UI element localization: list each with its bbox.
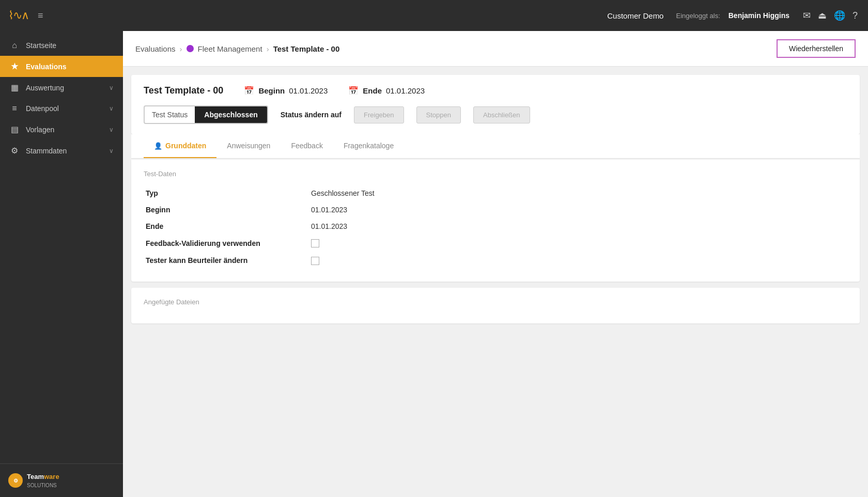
breadcrumb-evaluations[interactable]: Evaluations	[135, 44, 176, 53]
sidebar-navigation: ⌂ Startseite ★ Evaluations ▦ Auswertung …	[0, 31, 123, 463]
main-area: Customer Demo Eingeloggt als: Benjamin H…	[123, 0, 868, 497]
row-label: Beginn	[144, 201, 309, 218]
sidebar-item-auswertung[interactable]: ▦ Auswertung ∨	[0, 77, 123, 98]
breadcrumb: Evaluations › Fleet Management › Test Te…	[135, 44, 339, 53]
sidebar-item-startseite[interactable]: ⌂ Startseite	[0, 35, 123, 56]
calendar-icon: 📅	[348, 86, 359, 96]
row-value: Geschlossener Test	[309, 185, 847, 201]
section-title: Test-Daten	[144, 170, 847, 178]
row-value	[309, 252, 847, 269]
mail-icon[interactable]: ✉	[803, 10, 811, 21]
demo-label: Customer Demo	[607, 11, 663, 20]
sidebar-item-label: Vorlagen	[26, 126, 103, 134]
test-status-value: Abgeschlossen	[195, 106, 267, 123]
template-icon: ▤	[9, 125, 20, 134]
status-card: Test Template - 00 📅 Beginn 01.01.2023 📅…	[131, 75, 860, 134]
settings-icon: ⚙	[9, 146, 20, 156]
topbar-icons: ✉ ⏏ 🌐 ?	[803, 10, 858, 21]
table-row: Beginn 01.01.2023	[144, 201, 847, 218]
tab-fragenkataloge[interactable]: Fragenkataloge	[333, 134, 404, 158]
restore-button[interactable]: Wiederherstellen	[777, 39, 856, 58]
abschliessen-button: Abschließen	[473, 106, 530, 123]
help-icon[interactable]: ?	[853, 10, 858, 21]
data-table: Typ Geschlossener Test Beginn 01.01.2023…	[144, 185, 847, 269]
fleet-dot-icon	[187, 45, 194, 52]
chevron-down-icon: ∨	[109, 84, 114, 91]
topbar: Customer Demo Eingeloggt als: Benjamin H…	[123, 0, 868, 31]
sidebar: ⌇∿∧ ≡ ⌂ Startseite ★ Evaluations ▦ Auswe…	[0, 0, 123, 497]
calendar-icon: 📅	[244, 86, 254, 96]
chevron-down-icon: ∨	[109, 147, 114, 154]
sidebar-footer: ⚙ Teamware SOLUTIONS	[0, 463, 123, 497]
end-value: 01.01.2023	[386, 86, 425, 95]
tab-label: Fragenkataloge	[344, 142, 394, 150]
user-name: Benjamin Higgins	[729, 11, 789, 20]
files-section-title: Angefügte Dateien	[144, 298, 847, 306]
files-card: Angefügte Dateien	[131, 288, 860, 323]
tab-grunddaten[interactable]: 👤 Grunddaten	[144, 134, 216, 158]
begin-value: 01.01.2023	[289, 86, 328, 95]
sidebar-item-datenpool[interactable]: ≡ Datenpool ∨	[0, 98, 123, 119]
feedback-validation-checkbox[interactable]	[311, 239, 319, 247]
footer-logo-text: Teamware SOLUTIONS	[27, 472, 59, 489]
table-row: Ende 01.01.2023	[144, 218, 847, 235]
logged-as-label: Eingeloggt als:	[676, 12, 720, 20]
row-label: Tester kann Beurteiler ändern	[144, 252, 309, 269]
home-icon: ⌂	[9, 41, 20, 50]
row-value: 01.01.2023	[309, 201, 847, 218]
test-status-label: Test Status	[145, 106, 195, 123]
person-icon: 👤	[154, 142, 162, 150]
sidebar-item-label: Evaluations	[26, 63, 114, 71]
sidebar-item-label: Startseite	[26, 41, 114, 50]
logo-waves-icon: ⌇∿∧	[8, 9, 28, 22]
row-value	[309, 235, 847, 252]
row-label: Ende	[144, 218, 309, 235]
table-row: Tester kann Beurteiler ändern	[144, 252, 847, 269]
tester-beurteiler-checkbox[interactable]	[311, 257, 319, 265]
tab-feedback[interactable]: Feedback	[281, 134, 333, 158]
begin-date-group: 📅 Beginn 01.01.2023	[244, 86, 328, 96]
chevron-down-icon: ∨	[109, 105, 114, 112]
freigeben-button: Freigeben	[354, 106, 404, 123]
content-area: Evaluations › Fleet Management › Test Te…	[123, 31, 868, 497]
breadcrumb-separator: ›	[180, 44, 182, 53]
list-icon: ≡	[9, 104, 20, 113]
header-info: Test Template - 00 📅 Beginn 01.01.2023 📅…	[144, 85, 847, 96]
row-label: Feedback-Validierung verwenden	[144, 235, 309, 252]
row-label: Typ	[144, 185, 309, 201]
begin-label: Beginn	[258, 86, 285, 95]
page-title: Test Template - 00	[144, 85, 223, 96]
end-label: Ende	[363, 86, 382, 95]
sidebar-item-evaluations[interactable]: ★ Evaluations	[0, 56, 123, 77]
menu-toggle-icon[interactable]: ≡	[38, 10, 43, 21]
stoppen-button: Stoppen	[416, 106, 461, 123]
sidebar-logo: ⌇∿∧ ≡	[0, 0, 123, 31]
data-card: Test-Daten Typ Geschlossener Test Beginn…	[131, 160, 860, 282]
breadcrumb-fleet[interactable]: Fleet Management	[198, 44, 262, 53]
status-change-label: Status ändern auf	[281, 111, 342, 119]
globe-icon[interactable]: 🌐	[834, 10, 845, 21]
table-row: Feedback-Validierung verwenden	[144, 235, 847, 252]
test-status-box: Test Status Abgeschlossen	[144, 105, 268, 124]
tab-label: Feedback	[291, 142, 322, 150]
logout-icon[interactable]: ⏏	[818, 10, 827, 21]
row-value: 01.01.2023	[309, 218, 847, 235]
footer-logo-icon: ⚙	[8, 473, 23, 488]
sidebar-item-label: Stammdaten	[26, 147, 103, 155]
sidebar-item-vorlagen[interactable]: ▤ Vorlagen ∨	[0, 119, 123, 140]
table-row: Typ Geschlossener Test	[144, 185, 847, 201]
star-icon: ★	[9, 61, 20, 71]
sidebar-item-stammdaten[interactable]: ⚙ Stammdaten ∨	[0, 140, 123, 161]
chevron-down-icon: ∨	[109, 126, 114, 133]
breadcrumb-separator: ›	[267, 44, 269, 53]
sidebar-item-label: Auswertung	[26, 84, 103, 92]
sidebar-item-label: Datenpool	[26, 104, 103, 113]
end-date-group: 📅 Ende 01.01.2023	[348, 86, 425, 96]
tabs-bar: 👤 Grunddaten Anweisungen Feedback Fragen…	[131, 134, 860, 159]
tab-label: Grunddaten	[165, 142, 206, 150]
status-row: Test Status Abgeschlossen Status ändern …	[144, 105, 847, 124]
chart-icon: ▦	[9, 83, 20, 92]
tab-anweisungen[interactable]: Anweisungen	[216, 134, 281, 158]
breadcrumb-bar: Evaluations › Fleet Management › Test Te…	[123, 31, 868, 67]
tab-label: Anweisungen	[227, 142, 270, 150]
